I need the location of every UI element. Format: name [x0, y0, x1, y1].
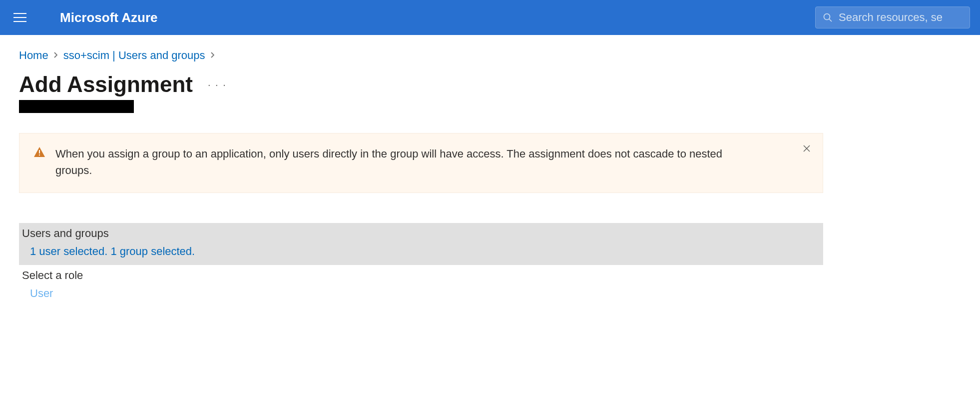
top-bar: Microsoft Azure Search resources, se [0, 0, 980, 35]
menu-hamburger-icon[interactable] [10, 8, 30, 28]
redacted-subtitle [19, 100, 134, 113]
chevron-right-icon [53, 50, 58, 61]
users-groups-value[interactable]: 1 user selected. 1 group selected. [22, 245, 820, 258]
search-icon [823, 12, 833, 22]
users-groups-field[interactable]: Users and groups 1 user selected. 1 grou… [19, 223, 823, 265]
breadcrumb: Home sso+scim | Users and groups [19, 49, 961, 62]
svg-rect-3 [39, 154, 40, 156]
search-placeholder: Search resources, se [839, 11, 943, 24]
assignment-fields: Users and groups 1 user selected. 1 grou… [19, 223, 823, 307]
warning-banner-text: When you assign a group to an applicatio… [55, 146, 735, 178]
warning-icon [33, 146, 45, 158]
close-icon[interactable] [803, 142, 811, 156]
search-input[interactable]: Search resources, se [815, 6, 970, 28]
brand-title: Microsoft Azure [60, 10, 158, 26]
role-value[interactable]: User [22, 287, 820, 300]
users-groups-label: Users and groups [22, 227, 820, 240]
breadcrumb-app[interactable]: sso+scim | Users and groups [63, 49, 205, 62]
page-title: Add Assignment [19, 72, 193, 97]
svg-rect-2 [39, 150, 40, 154]
role-label: Select a role [22, 269, 820, 282]
role-field[interactable]: Select a role User [19, 265, 823, 307]
svg-point-0 [824, 14, 830, 20]
more-actions-button[interactable]: · · · [208, 79, 227, 90]
chevron-right-icon [210, 50, 215, 61]
warning-banner: When you assign a group to an applicatio… [19, 133, 823, 193]
breadcrumb-home[interactable]: Home [19, 49, 48, 62]
content-area: Home sso+scim | Users and groups Add Ass… [0, 35, 980, 321]
svg-line-1 [829, 19, 832, 22]
page-title-row: Add Assignment · · · [19, 72, 961, 97]
